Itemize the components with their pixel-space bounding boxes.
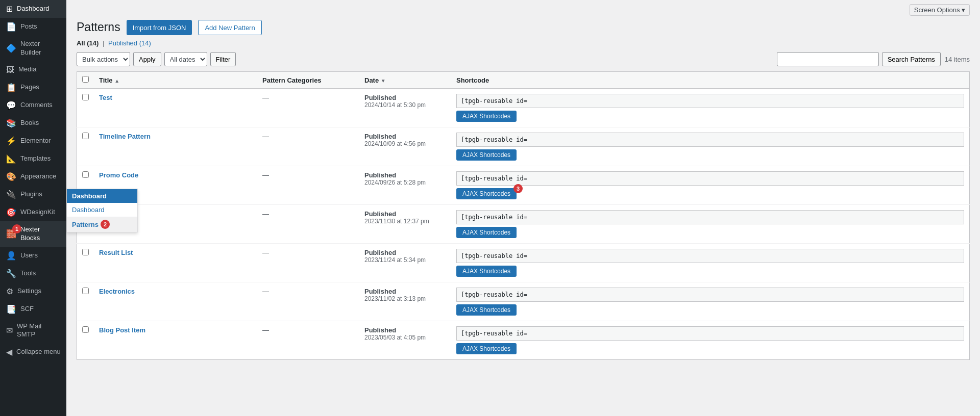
sidebar-item-nexter-blocks[interactable]: 🧱 1 Nexter Blocks [0,221,66,247]
shortcode-input[interactable] [456,288,964,302]
sidebar-item-label: Books [20,119,39,127]
sidebar-item-media[interactable]: 🖼 Media [0,61,66,79]
posts-icon: 📄 [6,22,16,32]
status-text: Published [364,94,446,101]
table-header-row: Title ▲ Pattern Categories Date ▼ Shortc… [77,72,970,89]
ajax-shortcodes-button[interactable]: AJAX Shortcodes [456,304,517,316]
sidebar-item-scf[interactable]: 📑 SCF [0,300,66,318]
date-time-text: 2024/09/26 at 5:28 pm [364,179,446,186]
sidebar-item-label: Media [18,65,36,74]
sidebar-item-wp-mail-smtp[interactable]: ✉ WP Mail SMTP [0,318,66,344]
sidebar-item-label: Comments [20,101,53,110]
shortcode-input[interactable] [456,210,964,224]
pattern-title-link[interactable]: Blog Post Item [99,326,145,334]
bulk-actions-select[interactable]: Bulk actions [77,52,130,66]
sidebar-item-nexter-builder[interactable]: 🔷 Nexter Builder [0,36,66,61]
table-row: Result List — Published 2023/11/24 at 5:… [77,244,970,282]
filter-button[interactable]: Filter [210,52,236,66]
ajax-shortcodes-button[interactable]: AJAX Shortcodes3 [456,188,517,199]
row-checkbox[interactable] [82,94,89,100]
sidebar-item-label: Templates [20,154,51,163]
collapse-icon: ◀ [6,347,12,357]
submenu-popup: Dashboard Dashboard Patterns 2 [66,189,138,232]
pattern-title-link[interactable]: Test [99,94,112,101]
ajax-shortcodes-button[interactable]: AJAX Shortcodes [456,227,517,238]
status-text: Published [364,288,446,295]
row-title-cell: Timeline Pattern [94,127,257,166]
wdesignkit-icon: 🎯 [6,207,16,217]
ajax-shortcodes-button[interactable]: AJAX Shortcodes [456,266,517,277]
date-time-text: 2023/11/02 at 3:13 pm [364,295,446,302]
shortcode-input[interactable] [456,326,964,341]
add-new-pattern-button[interactable]: Add New Pattern [198,20,261,35]
sidebar-item-elementor[interactable]: ⚡ Elementor [0,132,66,150]
books-icon: 📚 [6,118,16,128]
row-categories-cell: — [257,321,359,360]
sidebar-item-books[interactable]: 📚 Books [0,114,66,132]
row-shortcode-cell: AJAX Shortcodes [451,205,970,244]
sidebar-item-settings[interactable]: ⚙ Settings [0,282,66,300]
table-row: Test — Published 2024/10/14 at 5:30 pm A… [77,89,970,127]
nexter-builder-icon: 🔷 [6,43,16,53]
col-title-label: Title [99,76,113,84]
sidebar-item-collapse-menu[interactable]: ◀ Collapse menu [0,343,66,361]
pattern-title-link[interactable]: Result List [99,249,133,256]
row-shortcode-cell: AJAX Shortcodes [451,321,970,360]
pattern-title-link[interactable]: Timeline Pattern [99,133,151,140]
ajax-shortcodes-button[interactable]: AJAX Shortcodes [456,149,517,161]
ajax-badge: 3 [513,184,523,193]
sidebar-item-wdesignkit[interactable]: 🎯 WDesignKit [0,203,66,221]
apply-button[interactable]: Apply [133,52,161,66]
search-patterns-button[interactable]: Search Patterns [882,52,941,66]
col-date[interactable]: Date ▼ [359,72,451,89]
row-categories-cell: — [257,127,359,166]
row-title-cell: Test [94,89,257,127]
table-row: Blog Post Item — Published 2023/05/03 at… [77,321,970,360]
sidebar-item-posts[interactable]: 📄 Posts [0,18,66,36]
pattern-title-link[interactable]: Promo Code [99,171,138,179]
sidebar-item-comments[interactable]: 💬 Comments [0,96,66,114]
ajax-shortcodes-button[interactable]: AJAX Shortcodes [456,343,517,354]
shortcode-input[interactable] [456,133,964,147]
col-shortcode: Shortcode [451,72,970,89]
sidebar-item-label: Appearance [20,172,56,181]
sidebar-item-label: WP Mail SMTP [17,322,61,340]
page-header: Patterns Import from JSON Add New Patter… [77,20,970,35]
ajax-shortcodes-button[interactable]: AJAX Shortcodes [456,111,517,122]
shortcode-input[interactable] [456,249,964,263]
row-date-cell: Published 2023/05/03 at 4:05 pm [359,321,451,360]
row-checkbox-cell [77,89,94,127]
filter-published-link[interactable]: Published (14) [108,39,151,47]
sidebar-item-users[interactable]: 👤 Users [0,247,66,265]
row-checkbox[interactable] [82,288,89,294]
submenu-item-dashboard[interactable]: Dashboard [67,203,137,217]
table-row: Promo Code — Published 2024/09/26 at 5:2… [77,166,970,205]
row-checkbox[interactable] [82,133,89,139]
row-checkbox[interactable] [82,249,89,255]
row-date-cell: Published 2024/09/26 at 5:28 pm [359,166,451,205]
search-input[interactable] [777,52,879,66]
submenu-item-patterns[interactable]: Patterns 2 [67,217,137,232]
row-checkbox[interactable] [82,171,89,178]
shortcode-container: AJAX Shortcodes [456,94,964,122]
sidebar-item-dashboard[interactable]: ⊞ Dashboard [0,0,66,18]
toolbar: Bulk actions Apply All dates Filter Sear… [77,52,970,66]
top-bar-right: Screen Options ▾ [910,4,970,16]
sidebar-item-pages[interactable]: 📋 Pages [0,79,66,96]
pattern-title-link[interactable]: Electronics [99,288,135,295]
sidebar-item-plugins[interactable]: 🔌 Plugins [0,186,66,203]
col-title[interactable]: Title ▲ [94,72,257,89]
shortcode-input[interactable] [456,94,964,108]
date-filter-select[interactable]: All dates [164,52,207,66]
import-json-button[interactable]: Import from JSON [127,20,192,35]
sidebar-item-tools[interactable]: 🔧 Tools [0,265,66,282]
shortcode-input[interactable] [456,171,964,186]
sidebar-item-label: Dashboard [17,5,50,13]
select-all-checkbox[interactable] [82,76,89,83]
scf-icon: 📑 [6,304,16,314]
sidebar-item-appearance[interactable]: 🎨 Appearance [0,168,66,186]
screen-options-button[interactable]: Screen Options ▾ [910,4,970,16]
filter-all-link[interactable]: All (14) [77,39,99,47]
sidebar-item-templates[interactable]: 📐 Templates [0,150,66,168]
row-checkbox[interactable] [82,326,89,333]
